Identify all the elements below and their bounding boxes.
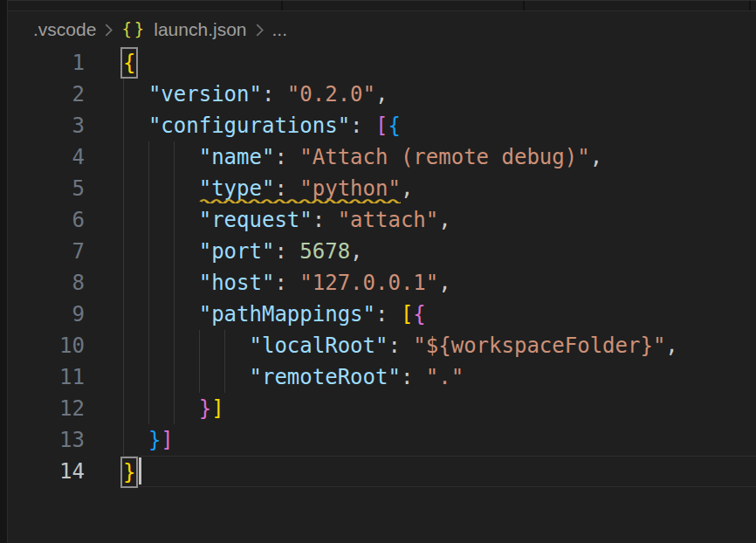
code-token: , xyxy=(375,82,388,107)
line-number[interactable]: 5 xyxy=(8,173,85,204)
indent-guide xyxy=(123,141,124,173)
code-line[interactable]: 9 "pathMappings": [{ xyxy=(8,299,756,330)
tab-separator xyxy=(523,1,525,10)
line-number[interactable]: 4 xyxy=(8,141,85,173)
code-token: } xyxy=(148,428,161,452)
code-token: "localRoot" xyxy=(250,333,388,358)
code-token: : xyxy=(401,365,426,389)
code-token xyxy=(123,82,148,107)
code-content: "remoteRoot": "." xyxy=(123,361,756,393)
code-token: , xyxy=(438,271,450,295)
line-number[interactable]: 11 xyxy=(8,361,85,393)
breadcrumb-folder-vscode[interactable]: .vscode xyxy=(33,19,96,40)
code-token xyxy=(123,396,199,421)
code-token: "${workspaceFolder}" xyxy=(413,333,665,358)
code-token: , xyxy=(665,333,677,358)
code-line[interactable]: 6 "request": "attach", xyxy=(8,204,756,236)
code-token: } xyxy=(199,396,211,421)
indent-guide xyxy=(148,236,149,267)
code-token: ] xyxy=(211,396,223,421)
indent-guide xyxy=(123,267,124,299)
code-line[interactable]: 13 }] xyxy=(8,424,756,456)
code-token: : xyxy=(313,208,338,232)
chevron-right-icon xyxy=(104,23,113,38)
indent-guide xyxy=(123,393,124,424)
code-token: : xyxy=(274,271,299,295)
indent-guide xyxy=(148,173,149,204)
code-line[interactable]: 3 "configurations": [{ xyxy=(8,110,756,141)
line-number[interactable]: 10 xyxy=(8,330,85,361)
code-token: : xyxy=(350,113,375,138)
line-number[interactable]: 6 xyxy=(8,204,85,236)
indent-guide xyxy=(148,267,149,299)
code-token: : xyxy=(262,82,287,107)
breadcrumb: .vscode {} launch.json ... xyxy=(8,11,756,48)
code-token: "host" xyxy=(199,271,275,295)
code-content: }] xyxy=(123,393,756,424)
code-content: "version": "0.2.0", xyxy=(123,79,756,110)
line-number[interactable]: 12 xyxy=(8,393,85,424)
line-number[interactable]: 3 xyxy=(8,110,85,141)
code-line[interactable]: 4 "name": "Attach (remote debug)", xyxy=(8,141,756,173)
line-number[interactable]: 1 xyxy=(8,47,85,79)
code-line[interactable]: 10 "localRoot": "${workspaceFolder}", xyxy=(8,330,756,361)
indent-guide xyxy=(174,361,175,393)
code-token: "Attach (remote debug)" xyxy=(299,145,589,169)
code-token: "configurations" xyxy=(148,113,350,138)
breadcrumb-symbol-ellipsis[interactable]: ... xyxy=(272,19,288,40)
code-token xyxy=(123,113,148,138)
code-line[interactable]: 1{ xyxy=(8,47,756,79)
bracket-match: } xyxy=(123,460,135,485)
code-line[interactable]: 8 "host": "127.0.0.1", xyxy=(8,267,756,299)
code-token: 5678 xyxy=(299,239,350,264)
indent-guide xyxy=(148,141,149,173)
line-number[interactable]: 13 xyxy=(8,424,85,456)
editor-left-edge xyxy=(0,0,8,543)
indent-guide xyxy=(174,173,175,204)
code-content: "configurations": [{ xyxy=(123,110,756,141)
indent-guide xyxy=(224,361,225,393)
line-number[interactable]: 7 xyxy=(8,236,85,267)
code-content: "host": "127.0.0.1", xyxy=(123,267,756,299)
code-content: { xyxy=(123,47,756,79)
code-content: "port": 5678, xyxy=(123,236,756,267)
indent-guide xyxy=(199,330,200,361)
code-line[interactable]: 2 "version": "0.2.0", xyxy=(8,79,756,110)
indent-guide xyxy=(148,393,149,424)
line-number[interactable]: 14 xyxy=(8,456,85,487)
code-line[interactable]: 11 "remoteRoot": "." xyxy=(8,361,756,393)
code-line[interactable]: 7 "port": 5678, xyxy=(8,236,756,267)
line-number[interactable]: 8 xyxy=(8,267,85,299)
code-token xyxy=(123,239,199,264)
code-editor[interactable]: 1{2 "version": "0.2.0",3 "configurations… xyxy=(8,47,756,487)
indent-guide xyxy=(174,393,175,424)
code-token xyxy=(123,428,148,452)
code-token: [ xyxy=(375,113,388,138)
code-line[interactable]: 12 }] xyxy=(8,393,756,424)
code-token: "name" xyxy=(199,145,275,169)
line-number[interactable]: 2 xyxy=(8,79,85,110)
code-token xyxy=(123,271,199,295)
code-token: "request" xyxy=(199,208,313,232)
indent-guide xyxy=(199,361,200,393)
code-line[interactable]: 14} xyxy=(8,456,756,487)
code-token xyxy=(123,333,250,358)
code-token: [ xyxy=(401,302,413,326)
chevron-right-icon xyxy=(255,23,265,38)
warning-squiggle: "type": "python" xyxy=(199,176,401,201)
code-token: "." xyxy=(426,365,464,389)
code-token xyxy=(123,176,199,201)
breadcrumb-file-launch-json[interactable]: {} launch.json xyxy=(121,19,246,40)
tab-bar xyxy=(8,0,756,11)
code-content: }] xyxy=(123,424,756,456)
code-line[interactable]: 5 "type": "python", xyxy=(8,173,756,204)
code-token: { xyxy=(388,113,400,138)
code-token: : xyxy=(274,145,299,169)
line-number[interactable]: 9 xyxy=(8,299,85,330)
code-token: "0.2.0" xyxy=(287,82,375,107)
code-token xyxy=(123,208,199,232)
code-token xyxy=(123,145,199,169)
code-token: , xyxy=(438,208,450,232)
indent-guide xyxy=(174,204,175,236)
indent-guide xyxy=(224,330,225,361)
